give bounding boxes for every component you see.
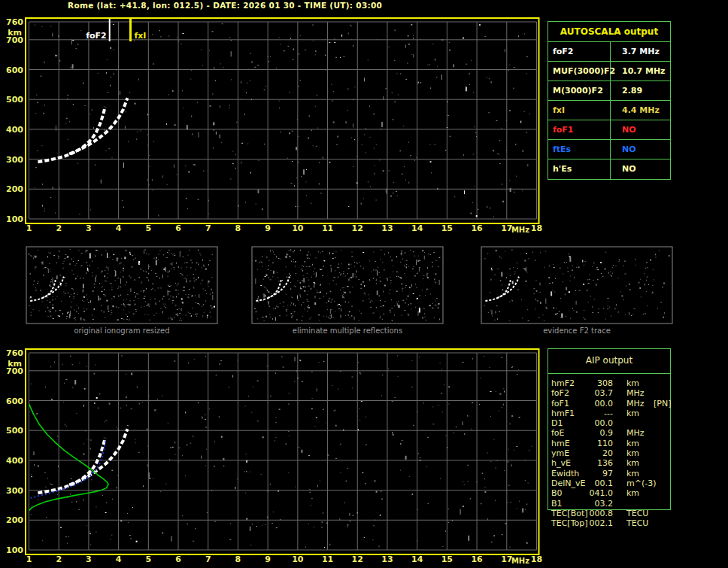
noise-dot	[134, 292, 135, 293]
noise-dot	[120, 278, 121, 284]
noise-dot	[271, 293, 271, 294]
noise-dot	[445, 150, 446, 150]
noise-dot	[359, 320, 359, 321]
noise-dot	[435, 144, 435, 145]
noise-dot	[308, 307, 310, 308]
noise-dot	[529, 450, 529, 451]
noise-dot	[31, 514, 32, 515]
noise-dot	[418, 82, 419, 84]
noise-dot	[158, 215, 159, 217]
noise-dot	[365, 129, 366, 129]
noise-dot	[390, 310, 391, 311]
noise-dot	[420, 296, 420, 296]
aip-unit: m^(-3)	[626, 478, 652, 488]
autoscala-param: M(3000)F2	[548, 81, 611, 100]
noise-dot	[131, 373, 132, 375]
noise-dot	[378, 267, 378, 268]
noise-dot	[295, 357, 296, 361]
noise-dot	[552, 282, 553, 283]
autoscala-row-ftEs: ftEsNO	[548, 140, 670, 159]
noise-dot	[205, 419, 206, 420]
noise-dot	[629, 284, 629, 285]
noise-dot	[236, 122, 237, 123]
noise-dot	[368, 181, 369, 182]
noise-dot	[250, 545, 251, 545]
noise-dot	[197, 303, 199, 304]
noise-dot	[348, 268, 350, 269]
autoscala-output-rows: foF23.7 MHzMUF(3000)F210.7 MHzM(3000)F22…	[548, 42, 670, 179]
noise-dot	[69, 264, 71, 265]
noise-dot	[160, 36, 161, 37]
noise-dot	[460, 509, 461, 515]
noise-dot	[67, 543, 68, 544]
noise-dot	[314, 296, 316, 297]
noise-dot	[294, 251, 295, 251]
noise-dot	[120, 272, 121, 272]
noise-dot	[323, 316, 324, 317]
y-tick-label: 600	[6, 65, 23, 75]
noise-dot	[294, 286, 295, 287]
noise-dot	[389, 170, 390, 171]
noise-dot	[540, 252, 541, 253]
noise-dot	[229, 105, 230, 106]
noise-dot	[313, 271, 314, 272]
noise-dot	[245, 202, 246, 203]
noise-dot	[566, 287, 567, 290]
noise-dot	[311, 317, 311, 318]
noise-dot	[466, 64, 467, 65]
x-tick-label: 9	[265, 554, 271, 564]
noise-dot	[320, 253, 321, 254]
noise-dot	[349, 311, 350, 312]
noise-dot	[87, 265, 88, 266]
noise-dot	[144, 298, 145, 299]
noise-dot	[388, 369, 389, 369]
noise-dot	[428, 437, 429, 438]
noise-dot	[553, 307, 554, 308]
noise-dot	[222, 23, 223, 24]
noise-dot	[335, 251, 336, 252]
noise-dot	[376, 307, 377, 308]
noise-dot	[412, 54, 413, 55]
noise-dot	[463, 154, 464, 156]
noise-dot	[210, 293, 211, 294]
noise-dot	[584, 310, 584, 311]
noise-dot	[156, 273, 156, 274]
noise-dot	[340, 472, 341, 473]
noise-dot	[556, 308, 557, 309]
aip-value: 000.8	[589, 509, 613, 518]
noise-dot	[405, 252, 405, 254]
noise-dot	[210, 260, 211, 261]
x-tick-label: 11	[322, 554, 333, 564]
noise-dot	[259, 263, 260, 263]
noise-dot	[414, 251, 414, 252]
noise-dot	[528, 483, 529, 484]
aip-value: 00.0	[589, 399, 613, 409]
noise-dot	[212, 31, 214, 32]
noise-dot	[297, 378, 299, 379]
noise-dot	[501, 128, 502, 129]
noise-dot	[519, 417, 520, 418]
noise-dot	[337, 305, 338, 306]
noise-dot	[102, 287, 103, 287]
noise-dot	[117, 427, 117, 428]
noise-dot	[259, 160, 259, 161]
noise-dot	[283, 367, 284, 368]
noise-dot	[303, 278, 305, 283]
noise-dot	[133, 314, 135, 314]
noise-dot	[368, 60, 369, 61]
noise-dot	[65, 379, 67, 380]
noise-dot	[159, 30, 160, 31]
noise-dot	[180, 252, 180, 257]
noise-dot	[377, 39, 378, 40]
noise-dot	[584, 265, 584, 266]
noise-dot	[117, 257, 118, 261]
thumbnail-eliminate-reflections	[252, 247, 443, 323]
noise-dot	[254, 67, 256, 68]
noise-dot	[323, 361, 324, 362]
noise-dot	[184, 290, 185, 291]
noise-dot	[288, 472, 289, 473]
noise-dot	[101, 311, 102, 311]
noise-dot	[511, 502, 511, 503]
noise-dot	[70, 67, 71, 68]
noise-dot	[241, 162, 241, 163]
